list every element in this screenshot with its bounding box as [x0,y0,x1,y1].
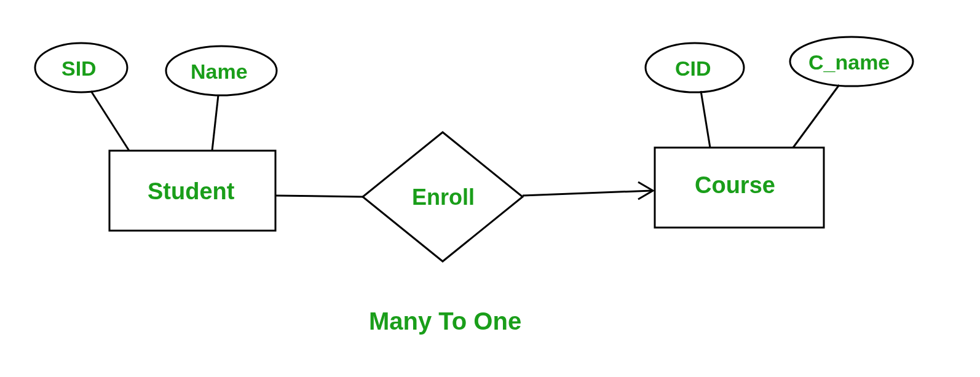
cid-connector [701,91,710,148]
enroll-label: Enroll [412,185,475,210]
caption-label: Many To One [369,308,521,335]
sid-label: SID [61,57,97,81]
student-enroll-connector [275,196,363,197]
cname-connector [793,85,839,148]
sid-connector [91,91,129,151]
enroll-course-connector [523,191,652,196]
student-label: Student [148,178,234,205]
cname-label: C_name [808,50,890,74]
course-label: Course [695,172,775,199]
cid-label: CID [675,57,711,81]
name-connector [212,95,218,151]
name-label: Name [191,60,248,84]
